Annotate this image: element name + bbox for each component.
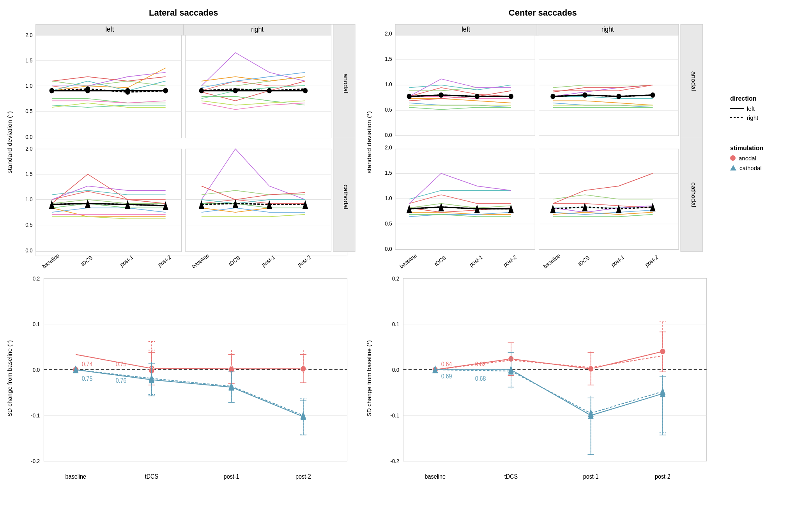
svg-text:0.0: 0.0 [25,247,33,254]
center-cathodal-tdcs-label: 0.68 [475,375,486,382]
lateral-bottom-panel: 0.2 0.1 0.0 -0.1 -0.2 SD change from bas… [4,265,363,492]
svg-point-35 [303,88,308,93]
anodal-legend-item: anodal [730,155,808,162]
svg-text:-0.1: -0.1 [390,412,399,419]
svg-rect-113 [539,149,678,250]
svg-text:0.2: 0.2 [33,275,40,282]
center-cathodal-baseline-label: 0.69 [441,373,452,380]
svg-text:-0.2: -0.2 [31,458,40,465]
bottom-section: 0.2 0.1 0.0 -0.1 -0.2 SD change from bas… [4,265,808,492]
direction-left-label: left [747,105,755,112]
lateral-top-chart: left right anodal cathodal [4,20,363,273]
cathodal-label: cathodal [739,165,762,171]
svg-text:0.5: 0.5 [385,220,392,227]
svg-text:baseline: baseline [425,473,445,480]
svg-text:0.0: 0.0 [385,132,392,138]
center-top-panel: Center saccades left right anodal cathod… [363,8,723,261]
svg-text:post-1: post-1 [224,473,239,480]
lateral-cathodal-tdcs-label: 0.76 [116,377,127,384]
svg-point-173 [301,366,306,372]
svg-text:2.0: 2.0 [385,144,392,151]
lateral-top-panel: Lateral saccades left right anodal [4,8,363,261]
svg-text:1.0: 1.0 [25,82,33,89]
direction-right-item: right [730,114,808,121]
center-bottom-panel: 0.2 0.1 0.0 -0.1 -0.2 SD change from bas… [363,265,723,492]
svg-point-239 [660,348,665,355]
svg-text:2.0: 2.0 [25,32,33,38]
anodal-dot-icon [730,155,736,161]
svg-text:0.0: 0.0 [392,367,399,373]
legend-direction: direction left right stimulation anodal [722,8,808,261]
lateral-anodal-tdcs-label: 0.75 [116,360,127,368]
anodal-label: anodal [739,155,756,162]
svg-text:0.1: 0.1 [392,321,399,328]
top-section: Lateral saccades left right anodal [4,8,808,261]
svg-text:post-2: post-2 [295,473,311,480]
svg-text:0.2: 0.2 [392,275,399,282]
svg-point-23 [50,88,54,93]
svg-rect-99 [395,149,534,250]
svg-text:SD change from baseline (°): SD change from baseline (°) [7,340,13,417]
svg-text:tDCS: tDCS [504,473,517,480]
direction-legend-title: direction [730,95,808,102]
svg-text:0.0: 0.0 [385,245,392,252]
center-anodal-baseline-label: 0.64 [441,360,452,368]
svg-text:1.5: 1.5 [385,169,392,176]
svg-text:2.0: 2.0 [385,30,392,37]
svg-text:0.5: 0.5 [25,108,33,114]
svg-text:left: left [105,25,114,34]
svg-text:post-2: post-2 [655,473,670,480]
solid-line-icon [730,108,744,109]
lateral-anodal-baseline-label: 0.74 [82,360,93,368]
svg-point-238 [588,366,593,372]
direction-right-label: right [747,114,758,121]
center-title: Center saccades [363,8,723,18]
stimulation-legend-title: stimulation [730,145,808,152]
svg-text:-0.2: -0.2 [390,458,399,465]
svg-text:0.1: 0.1 [33,321,40,328]
svg-text:left: left [462,25,470,34]
lateral-bottom-chart: 0.2 0.1 0.0 -0.1 -0.2 SD change from bas… [4,265,363,492]
svg-rect-76 [395,35,534,136]
svg-text:cathodal: cathodal [690,183,697,208]
svg-point-25 [125,89,130,94]
cathodal-legend-item: cathodal [730,165,808,171]
svg-text:cathodal: cathodal [343,185,349,210]
svg-point-24 [85,86,90,91]
svg-text:0.5: 0.5 [385,107,392,113]
direction-left-item: left [730,105,808,112]
svg-text:1.5: 1.5 [385,56,392,62]
center-anodal-tdcs-label: 0.62 [475,360,486,368]
svg-rect-36 [36,149,182,252]
cathodal-triangle-icon [730,165,736,170]
svg-text:1.0: 1.0 [385,195,392,201]
svg-text:right: right [251,25,264,34]
center-top-chart: left right anodal cathodal 0.0 0.5 1.0 [363,20,723,273]
main-container: Lateral saccades left right anodal [0,0,812,506]
svg-text:1.5: 1.5 [25,171,33,178]
svg-rect-90 [539,35,678,136]
svg-text:2.0: 2.0 [25,146,33,152]
legend-spacer-bottom [722,265,808,492]
svg-text:-0.1: -0.1 [31,412,40,419]
svg-text:0.0: 0.0 [33,367,40,373]
svg-text:1.0: 1.0 [385,81,392,88]
svg-text:standard deviation (°): standard deviation (°) [366,111,372,174]
svg-text:1.5: 1.5 [25,57,33,64]
dashed-line-icon [730,117,744,118]
svg-text:0.0: 0.0 [25,133,33,140]
svg-text:right: right [601,25,614,34]
svg-text:standard deviation (°): standard deviation (°) [6,111,13,174]
svg-text:post-1: post-1 [583,473,598,480]
svg-text:0.5: 0.5 [25,222,33,228]
center-bottom-chart: 0.2 0.1 0.0 -0.1 -0.2 SD change from bas… [363,265,723,492]
svg-text:SD change from baseline (°): SD change from baseline (°) [366,340,372,417]
svg-text:anodal: anodal [343,73,349,93]
svg-point-26 [163,88,168,93]
svg-text:anodal: anodal [690,71,697,91]
lateral-title: Lateral saccades [4,8,363,18]
svg-line-155 [152,368,232,369]
svg-text:baseline: baseline [65,473,86,480]
svg-text:1.0: 1.0 [25,196,33,203]
svg-text:tDCS: tDCS [145,473,158,480]
